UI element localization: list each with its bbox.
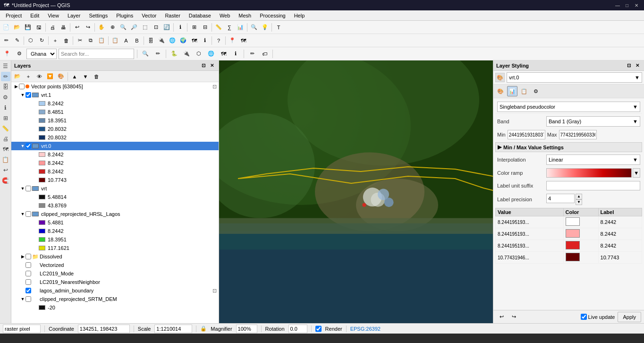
layer-item-vrt1_20.8032b[interactable]: 20.8032 [11, 133, 219, 142]
plugin-btn[interactable]: 🔌 [156, 35, 167, 46]
layer-item-vrt0_8.2442c[interactable]: 8.2442 [11, 167, 219, 176]
expand-icon[interactable]: ▶ [20, 254, 25, 259]
expand-icon[interactable]: ▼ [20, 93, 25, 97]
georef-btn[interactable]: 🗺 [238, 35, 248, 46]
sidebar-measure-icon[interactable]: 📏 [1, 124, 10, 133]
minimize-button[interactable]: — [614, 1, 621, 9]
cut-btn[interactable]: ✂ [75, 35, 85, 46]
menu-item-plugins[interactable]: Plugins [112, 12, 137, 19]
menu-item-help[interactable]: Help [290, 12, 309, 19]
zoom-out-btn[interactable]: 🔎 [129, 22, 139, 33]
precision-down-btn[interactable]: ▼ [576, 199, 582, 205]
color-ramp-btn[interactable]: ▼ [633, 168, 641, 178]
deselect-btn[interactable]: ⊟ [200, 22, 210, 33]
layer-item-vrt_43.8769[interactable]: 43.8769 [11, 201, 219, 210]
print2-btn[interactable]: 🖶 [58, 22, 68, 33]
sidebar-processing-icon[interactable]: ⚙ [1, 93, 10, 102]
del-feature-btn[interactable]: 🗑 [61, 35, 71, 46]
loc-settings-btn[interactable]: ⚙ [14, 49, 25, 59]
zoom-in-btn[interactable]: 🔍 [118, 22, 128, 33]
sidebar-overview-icon[interactable]: 🗺 [1, 145, 10, 154]
sidebar-print-icon[interactable]: 🖨 [1, 134, 10, 144]
layer-checkbox[interactable] [25, 262, 31, 268]
expand-icon[interactable]: ▶ [13, 84, 19, 89]
sidebar-snap-icon[interactable]: 🧲 [1, 176, 10, 185]
location-select[interactable]: Ghana [26, 49, 57, 59]
layer-item-clipped_srtm[interactable]: ▼clipped_reprojected_SRTM_DEM [11, 295, 219, 303]
layer-checkbox[interactable] [25, 271, 31, 276]
menu-item-edit[interactable]: Edit [26, 12, 43, 19]
layer-item-vector_points[interactable]: ▶Vector points [638045]⊡ [11, 82, 219, 91]
layer-item-lagos_admin[interactable]: lagos_admin_boundary⊡ [11, 286, 219, 295]
pan-btn[interactable]: ✋ [96, 22, 107, 33]
rotate-btn[interactable]: ↻ [36, 35, 47, 46]
sidebar-select-icon[interactable]: ⊞ [1, 113, 10, 123]
sidebar-digitize-icon[interactable]: ✏ [1, 72, 10, 81]
text-btn[interactable]: T [273, 22, 284, 33]
magnifier-input[interactable] [236, 325, 257, 333]
sidebar-layers-icon[interactable]: ☰ [1, 61, 10, 71]
move-down-btn[interactable]: ▼ [80, 71, 91, 82]
menu-item-project[interactable]: Project [2, 12, 25, 19]
styling-float-btn[interactable]: ⊡ [625, 62, 633, 69]
layer-item-srtm_minus20[interactable]: -20 [11, 303, 219, 312]
renderer-icon-3[interactable]: 📋 [519, 86, 529, 96]
layer-item-lc2019_mode[interactable]: LC2019_Mode [11, 269, 219, 278]
draw-btn[interactable]: ✏ [247, 49, 257, 59]
annotation-btn[interactable]: 🏷 [259, 49, 270, 59]
layer-checkbox[interactable] [25, 254, 31, 259]
menu-item-settings[interactable]: Settings [85, 12, 111, 19]
attribute-btn[interactable]: 📋 [110, 35, 120, 46]
layer-item-vrt1_18.3951[interactable]: 18.3951 [11, 116, 219, 125]
layer-item-hrsl_5.4881[interactable]: 5.4881 [11, 218, 219, 227]
rotation-input[interactable] [288, 325, 307, 333]
menu-item-processing[interactable]: Processing [256, 12, 289, 19]
scale-input[interactable] [154, 325, 192, 333]
copy-btn[interactable]: ⧉ [85, 35, 96, 46]
edit2-btn[interactable]: ✏ [153, 49, 163, 59]
sidebar-log-icon[interactable]: 📋 [1, 155, 10, 164]
menu-item-database[interactable]: Database [185, 12, 215, 19]
label2-btn[interactable]: B [132, 35, 142, 46]
redo-btn[interactable]: ↪ [83, 22, 93, 33]
layer-item-vrt1[interactable]: ▼vrt.1 [11, 91, 219, 99]
layer-item-vrt0[interactable]: ▼vrt.0 [11, 142, 219, 150]
undo-btn[interactable]: ↩ [72, 22, 82, 33]
layers-float-btn[interactable]: ⊡ [200, 62, 207, 69]
label-btn[interactable]: A [121, 35, 131, 46]
menu-item-mesh[interactable]: Mesh [235, 12, 255, 19]
filter-btn[interactable]: 🔽 [45, 71, 55, 82]
expand-icon[interactable]: ▼ [20, 186, 25, 191]
styling-layer-select[interactable]: vrt.0 ▼ [507, 72, 642, 83]
layer-checkbox[interactable] [25, 296, 31, 302]
geocoder-btn[interactable]: 🔍 [249, 22, 259, 33]
print-btn[interactable]: 🖨 [47, 22, 58, 33]
road2-btn[interactable]: 🗺 [218, 49, 229, 59]
color-swatch-cell[interactable] [563, 252, 598, 264]
color-ramp-preview[interactable] [546, 168, 632, 178]
sidebar-browser-icon[interactable]: 🗄 [1, 82, 10, 92]
label-suffix-input[interactable] [546, 181, 640, 190]
gps-btn[interactable]: 📍 [227, 35, 237, 46]
map-area[interactable] [219, 60, 493, 323]
add-feature-btn[interactable]: + [50, 35, 60, 46]
maximize-button[interactable]: □ [623, 1, 631, 9]
menu-item-view[interactable]: View [44, 12, 63, 19]
refresh-btn[interactable]: 🔄 [161, 22, 172, 33]
paste-btn[interactable]: 📋 [96, 35, 107, 46]
plugin2-btn[interactable]: 🔌 [181, 49, 192, 59]
layer-item-hrsl_117.1621[interactable]: 117.1621 [11, 244, 219, 252]
color-swatch[interactable] [566, 241, 580, 249]
layer-item-vrt1_8.2442[interactable]: 8.2442 [11, 99, 219, 108]
layer-checkbox[interactable] [25, 211, 31, 217]
loc-zoom-btn[interactable]: 📍 [2, 49, 12, 59]
node-btn[interactable]: ⬡ [25, 35, 36, 46]
save-as-btn[interactable]: 🖫 [34, 22, 44, 33]
coordinate-input[interactable] [78, 325, 130, 333]
expand-icon[interactable]: ▼ [20, 144, 25, 148]
menu-item-raster[interactable]: Raster [161, 12, 184, 19]
color-swatch[interactable] [566, 229, 580, 238]
style-layer-btn[interactable]: 🎨 [56, 71, 66, 82]
styling-undo-btn[interactable]: ↩ [496, 312, 507, 322]
layer-item-vrt0_8.2442a[interactable]: 8.2442 [11, 150, 219, 159]
